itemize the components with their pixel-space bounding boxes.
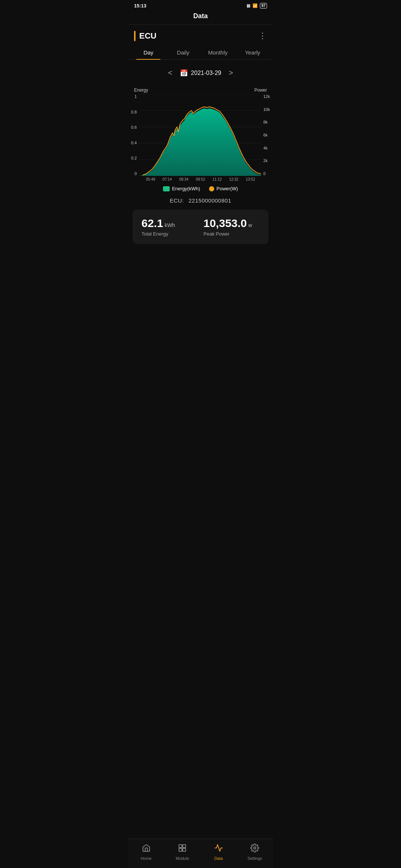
power-color-dot	[209, 186, 214, 191]
total-energy-block: 62.1 kWh Total Energy	[141, 217, 198, 237]
ecu-header: ECU ⋮	[128, 25, 273, 46]
peak-power-block: 10,353.0 w Peak Power	[203, 217, 260, 237]
more-options-button[interactable]: ⋮	[258, 31, 267, 41]
y-axis-left: 1 0.8 0.6 0.4 0.2 0	[131, 94, 139, 176]
tab-daily[interactable]: Daily	[166, 46, 201, 59]
peak-power-value: 10,353.0 w	[203, 217, 260, 230]
time: 15:13	[134, 3, 146, 9]
total-energy-label: Total Energy	[141, 231, 198, 237]
status-icons: ⊠ 📶 97	[247, 3, 267, 9]
date-row: < 📅 2021-03-29 >	[128, 64, 273, 82]
ecu-label: ECU	[139, 31, 156, 41]
ecu-id-label: ECU:	[170, 197, 184, 204]
chart-wrapper: 1 0.8 0.6 0.4 0.2 0	[131, 94, 270, 176]
legend-energy: Energy(kWh)	[163, 186, 200, 191]
battery-icon: 97	[260, 3, 267, 9]
chart-legend: Energy(kWh) Power(W)	[128, 181, 273, 194]
tab-monthly[interactable]: Monthly	[200, 46, 235, 59]
x-icon: ⊠	[247, 3, 250, 9]
calendar-icon: 📅	[180, 69, 188, 77]
wifi-icon: 📶	[252, 3, 258, 8]
tab-yearly[interactable]: Yearly	[235, 46, 270, 59]
current-date: 2021-03-29	[191, 70, 221, 76]
ecu-accent-bar	[134, 31, 136, 41]
energy-color-swatch	[163, 186, 170, 191]
ecu-id-row: ECU: 2215000000801	[128, 194, 273, 210]
legend-power: Power(W)	[209, 186, 238, 191]
prev-date-button[interactable]: <	[165, 67, 175, 79]
x-axis: 05:49 07:14 08:34 09:52 11:12 12:32 13:5…	[143, 176, 258, 181]
ecu-title: ECU	[134, 31, 156, 41]
page-title: Data	[193, 12, 208, 20]
chart-svg	[139, 94, 261, 176]
chart-axis-labels: Energy Power	[131, 88, 270, 93]
next-date-button[interactable]: >	[226, 67, 236, 79]
y-right-label: Power	[254, 88, 267, 93]
ecu-id-value: 2215000000801	[189, 197, 231, 204]
tab-day[interactable]: Day	[131, 46, 166, 59]
page-header: Data	[128, 10, 273, 25]
chart-container: Energy Power 1 0.8 0.6 0.4 0.2 0	[128, 85, 273, 181]
tabs-row: Day Daily Monthly Yearly	[128, 46, 273, 60]
y-axis-right: 12k 10k 8k 6k 4k 2k 0	[261, 94, 270, 176]
status-bar: 15:13 ⊠ 📶 97	[128, 0, 273, 10]
date-display[interactable]: 📅 2021-03-29	[180, 69, 221, 77]
y-left-label: Energy	[134, 88, 148, 93]
peak-power-label: Peak Power	[203, 231, 260, 237]
stats-section: 62.1 kWh Total Energy 10,353.0 w Peak Po…	[133, 210, 268, 244]
power-legend-label: Power(W)	[216, 186, 238, 191]
energy-legend-label: Energy(kWh)	[172, 186, 200, 191]
total-energy-value: 62.1 kWh	[141, 217, 198, 230]
